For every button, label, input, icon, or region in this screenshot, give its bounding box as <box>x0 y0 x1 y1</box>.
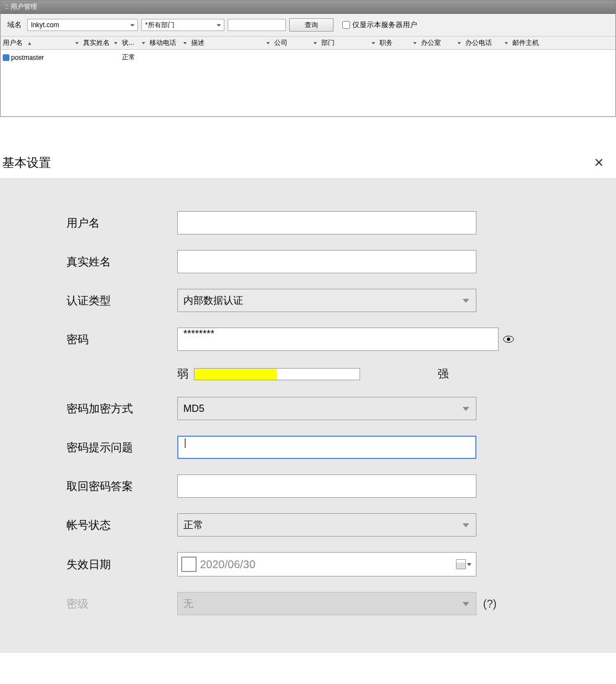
row-realname: 真实姓名 <box>0 250 616 273</box>
server-only-checkbox-wrap[interactable]: 仅显示本服务器用户 <box>342 20 417 30</box>
col-company[interactable]: 公司 <box>272 37 319 49</box>
realname-field[interactable] <box>177 250 476 273</box>
row-expire: 失效日期 2020/06/30 <box>0 552 616 576</box>
chevron-down-icon <box>463 299 469 303</box>
query-button[interactable]: 查询 <box>289 18 333 32</box>
chevron-down-icon <box>463 407 469 411</box>
form-body: 用户名 真实姓名 认证类型 内部数据认证 密码 ******** 弱 <box>0 178 616 653</box>
label-authtype: 认证类型 <box>66 293 177 308</box>
row-hint: 密码提示问题 | <box>0 436 616 459</box>
col-realname[interactable]: 真实姓名 <box>81 37 120 49</box>
encryption-select[interactable]: MD5 <box>177 397 476 420</box>
basic-settings-panel: 基本设置 ✕ 用户名 真实姓名 认证类型 内部数据认证 密码 ******** <box>0 150 616 653</box>
cell-status: 正常 <box>120 52 147 63</box>
label-username: 用户名 <box>66 216 177 231</box>
search-input[interactable] <box>228 19 286 31</box>
cell-username: postmaster <box>1 52 81 63</box>
grid-header: 用户名▲ 真实姓名 状... 移动电话 描述 公司 部门 职务 办公室 办公电话… <box>1 36 615 50</box>
help-icon[interactable]: (?) <box>483 598 496 610</box>
user-management-window: :: 用户管理 域名 lnkyt.com *所有部门 查询 仅显示本服务器用户 … <box>0 0 616 117</box>
row-answer: 取回密码答案 <box>0 474 616 498</box>
chevron-down-icon <box>463 602 469 606</box>
col-office-phone[interactable]: 办公电话 <box>463 37 510 49</box>
label-expire: 失效日期 <box>66 557 177 572</box>
eye-icon[interactable] <box>503 335 514 343</box>
col-username[interactable]: 用户名▲ <box>1 37 81 49</box>
row-password: 密码 ******** <box>0 328 616 351</box>
label-secret-level: 密级 <box>66 596 177 611</box>
chevron-down-icon <box>463 523 469 527</box>
row-username: 用户名 <box>0 211 616 234</box>
window-title: :: 用户管理 <box>5 3 37 11</box>
authtype-select[interactable]: 内部数据认证 <box>177 289 476 312</box>
cell-realname <box>81 52 120 63</box>
col-title[interactable]: 职务 <box>377 37 419 49</box>
table-row[interactable]: postmaster 正常 <box>1 50 615 65</box>
server-only-checkbox[interactable] <box>342 21 350 29</box>
row-encryption: 密码加密方式 MD5 <box>0 397 616 420</box>
col-status[interactable]: 状... <box>120 37 147 49</box>
user-grid: 用户名▲ 真实姓名 状... 移动电话 描述 公司 部门 职务 办公室 办公电话… <box>1 36 615 116</box>
label-realname: 真实姓名 <box>66 254 177 269</box>
label-answer: 取回密码答案 <box>66 479 177 494</box>
row-secret-level: 密级 无 (?) <box>0 592 616 615</box>
label-password: 密码 <box>66 332 177 347</box>
username-field[interactable] <box>177 211 476 234</box>
user-icon <box>3 54 9 61</box>
label-account-status: 帐号状态 <box>66 518 177 533</box>
calendar-picker-icon[interactable] <box>456 559 471 569</box>
label-hint: 密码提示问题 <box>66 440 177 455</box>
calendar-icon <box>456 559 466 569</box>
form-title: 基本设置 <box>2 155 51 171</box>
label-weak: 弱 <box>177 366 188 381</box>
password-strength-bar <box>194 368 360 380</box>
department-combo[interactable]: *所有部门 <box>141 19 224 31</box>
password-strength-fill <box>194 369 277 380</box>
close-icon[interactable]: ✕ <box>592 156 606 170</box>
chevron-down-icon <box>467 563 471 566</box>
row-authtype: 认证类型 内部数据认证 <box>0 289 616 312</box>
row-strength: 弱 强 <box>0 366 616 381</box>
col-mobile[interactable]: 移动电话 <box>147 37 189 49</box>
hint-question-field[interactable]: | <box>177 436 476 459</box>
secret-level-select: 无 <box>177 592 476 615</box>
account-status-select[interactable]: 正常 <box>177 513 476 537</box>
row-account-status: 帐号状态 正常 <box>0 513 616 537</box>
toolbar: 域名 lnkyt.com *所有部门 查询 仅显示本服务器用户 <box>1 14 615 36</box>
grid-body: postmaster 正常 <box>1 50 615 116</box>
answer-field[interactable] <box>177 474 476 498</box>
domain-label: 域名 <box>7 20 22 30</box>
col-desc[interactable]: 描述 <box>189 37 272 49</box>
col-dept[interactable]: 部门 <box>319 37 377 49</box>
password-field[interactable]: ******** <box>177 328 499 351</box>
svg-point-1 <box>507 338 510 341</box>
label-strong: 强 <box>438 366 449 381</box>
expire-date-field[interactable]: 2020/06/30 <box>177 552 476 576</box>
label-encryption: 密码加密方式 <box>66 401 177 416</box>
expire-checkbox[interactable] <box>181 557 197 572</box>
domain-combo[interactable]: lnkyt.com <box>27 19 138 31</box>
col-office[interactable]: 办公室 <box>419 37 463 49</box>
form-header: 基本设置 ✕ <box>0 150 616 178</box>
col-mailhost[interactable]: 邮件主机 <box>510 37 549 49</box>
window-titlebar: :: 用户管理 <box>1 1 615 14</box>
